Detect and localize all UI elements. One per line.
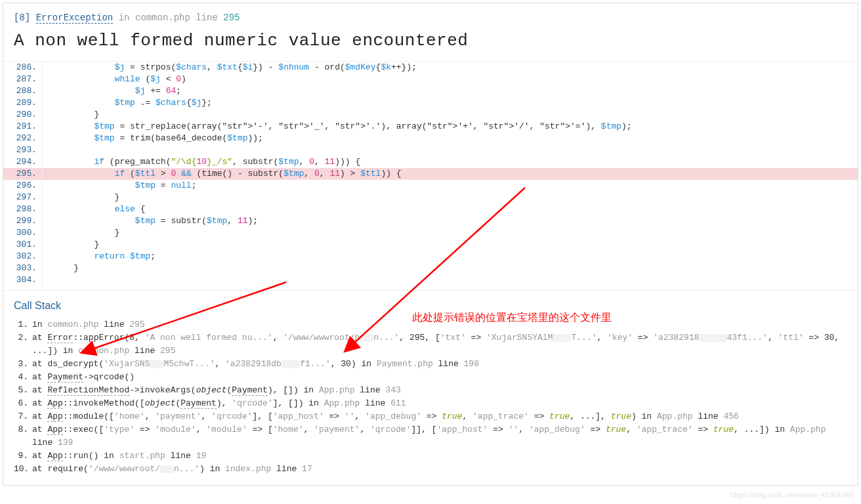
line-number: 295. [3, 168, 43, 180]
code-line: 296. $tmp = null; [3, 180, 858, 192]
line-number: 291. [3, 121, 43, 133]
stack-num: 4. [14, 371, 32, 384]
code-line: 290. } [3, 109, 858, 121]
code-text: else { [43, 203, 145, 215]
code-text: } [43, 227, 119, 239]
stack-text: at require('/www/wwwroot/███n...') in in… [32, 463, 847, 476]
code-line: 297. } [3, 192, 858, 203]
line-number: 289. [3, 97, 43, 109]
stack-text: at App::run() in start.php line 19 [32, 450, 847, 463]
code-line: 298. else { [3, 203, 858, 215]
line-number: 292. [3, 133, 43, 144]
line-number: 302. [3, 251, 43, 262]
in-word: in [119, 12, 130, 23]
stack-num: 10. [14, 463, 32, 476]
stack-num: 5. [14, 384, 32, 397]
line-number: 294. [3, 156, 43, 168]
stack-text: at App::exec(['type' => 'module', 'modul… [32, 423, 847, 450]
error-file: common.php [135, 12, 190, 23]
code-line: 295. if ($ttl > 0 && (time() - substr($t… [3, 168, 858, 180]
stack-text: at ds_decrypt('XujarSNS███M5chwT...', 'a… [32, 358, 847, 371]
error-panel: [8] ErrorException in common.php line 29… [3, 3, 858, 486]
line-number: 286. [3, 62, 43, 74]
stack-frame: 9.at App::run() in start.php line 19 [14, 450, 847, 463]
line-number: 290. [3, 109, 43, 121]
code-line: 291. $tmp = str_replace(array("str">'-',… [3, 121, 858, 133]
code-line: 293. [3, 144, 858, 156]
code-line: 304. [3, 274, 858, 286]
error-line: 295 [223, 12, 240, 23]
code-line: 292. $tmp = trim(base64_decode($tmp)); [3, 133, 858, 144]
error-summary: [8] ErrorException in common.php line 29… [14, 12, 847, 23]
code-text: } [43, 192, 119, 203]
code-line: 287. while ($j < 0) [3, 74, 858, 85]
stack-frame: 6.at App::invokeMethod([object(Payment),… [14, 397, 847, 410]
stack-num: 6. [14, 397, 32, 410]
code-text: return $tmp; [43, 251, 156, 262]
watermark: https://blog.csdn.net/weixin_46304245 [730, 491, 853, 499]
error-message: A non well formed numeric value encounte… [14, 31, 847, 54]
stack-num: 1. [14, 318, 32, 331]
code-text: } [43, 262, 79, 274]
stack-frame: 10.at require('/www/wwwroot/███n...') in… [14, 463, 847, 476]
line-number: 303. [3, 262, 43, 274]
code-text: while ($j < 0) [43, 74, 186, 85]
stack-frame: 7.at App::module(['home', 'payment', 'qr… [14, 410, 847, 423]
code-text [43, 274, 53, 286]
code-line: 300. } [3, 227, 858, 239]
line-number: 300. [3, 227, 43, 239]
stack-frame: 5.at ReflectionMethod->invokeArgs(object… [14, 384, 847, 397]
line-number: 298. [3, 203, 43, 215]
source-code: 286. $j = strpos($chars, $txt{$i}) - $nh… [3, 61, 858, 286]
code-line: 294. if (preg_match("/\d{10}_/s", substr… [3, 156, 858, 168]
stack-text: at App::invokeMethod([object(Payment), '… [32, 397, 847, 410]
error-number: [8] [14, 12, 30, 23]
code-line: 286. $j = strpos($chars, $txt{$i}) - $nh… [3, 62, 858, 74]
stack-text: at Payment->qrcode() [32, 371, 847, 384]
stack-num: 2. [14, 331, 32, 345]
code-text: if (preg_match("/\d{10}_/s", substr($tmp… [43, 156, 360, 168]
line-number: 293. [3, 144, 43, 156]
code-line: 303. } [3, 262, 858, 274]
code-text [43, 144, 53, 156]
line-number: 288. [3, 85, 43, 97]
code-text: if ($ttl > 0 && (time() - substr($tmp, 0… [43, 168, 402, 180]
stack-frame: 2.at Error::appError(8, 'A non well form… [14, 331, 847, 358]
code-text: } [43, 239, 99, 251]
line-number: 297. [3, 192, 43, 203]
code-line: 289. $tmp .= $chars{$j}; [3, 97, 858, 109]
line-number: 304. [3, 274, 43, 286]
code-text: } [43, 109, 99, 121]
code-text: $j = strpos($chars, $txt{$i}) - $nhnum -… [43, 62, 417, 74]
call-stack: 1.in common.php line 2952.at Error::appE… [3, 316, 858, 485]
stack-num: 8. [14, 423, 32, 436]
line-number: 296. [3, 180, 43, 192]
code-text: $tmp .= $chars{$j}; [43, 97, 212, 109]
code-text: $j += 64; [43, 85, 181, 97]
code-line: 301. } [3, 239, 858, 251]
code-text: $tmp = trim(base64_decode($tmp)); [43, 133, 263, 144]
line-number: 301. [3, 239, 43, 251]
stack-text: at Error::appError(8, 'A non well formed… [32, 331, 847, 358]
line-number: 299. [3, 215, 43, 227]
code-line: 302. return $tmp; [3, 251, 858, 262]
stack-text: at ReflectionMethod->invokeArgs(object(P… [32, 384, 847, 397]
code-line: 288. $j += 64; [3, 85, 858, 97]
stack-text: at App::module(['home', 'payment', 'qrco… [32, 410, 847, 423]
stack-frame: 8.at App::exec(['type' => 'module', 'mod… [14, 423, 847, 450]
code-text: $tmp = substr($tmp, 11); [43, 215, 258, 227]
line-word: line [196, 12, 218, 23]
stack-frame: 4.at Payment->qrcode() [14, 371, 847, 384]
stack-num: 9. [14, 450, 32, 463]
error-header: [8] ErrorException in common.php line 29… [3, 3, 858, 61]
stack-frame: 3.at ds_decrypt('XujarSNS███M5chwT...', … [14, 358, 847, 371]
stack-num: 3. [14, 358, 32, 371]
code-text: $tmp = str_replace(array("str">'-', "str… [43, 121, 632, 133]
code-text: $tmp = null; [43, 180, 196, 192]
exception-name: ErrorException [36, 12, 114, 24]
code-line: 299. $tmp = substr($tmp, 11); [3, 215, 858, 227]
stack-num: 7. [14, 410, 32, 423]
line-number: 287. [3, 74, 43, 85]
annotation-text: 此处提示错误的位置在宝塔里的这个文件里 [412, 311, 612, 325]
